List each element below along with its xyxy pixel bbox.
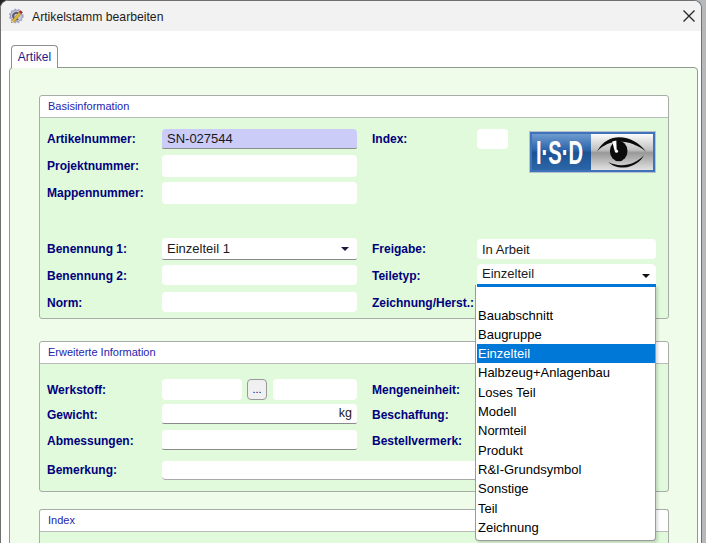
svg-text:I·S·D: I·S·D: [536, 133, 583, 171]
